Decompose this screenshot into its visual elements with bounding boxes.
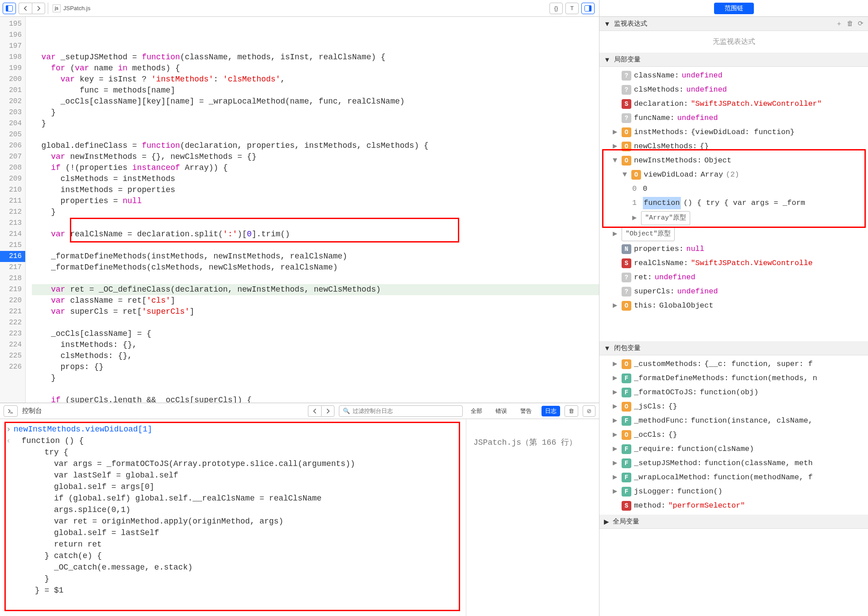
variable-row[interactable]: S method: "performSelector" <box>599 499 868 513</box>
code-line[interactable]: instMethods = properties <box>32 185 599 196</box>
local-title: 局部变量 <box>614 55 641 64</box>
variable-row[interactable]: ▶O _jsCls: {} <box>599 400 868 414</box>
code-line[interactable] <box>32 273 599 284</box>
code-line[interactable]: var realClsName = declaration.split(':')… <box>32 229 599 240</box>
variable-row[interactable]: ▶O newClsMethods: {} <box>599 139 868 154</box>
tab-all[interactable]: 全部 <box>467 406 486 416</box>
code-line[interactable]: _formatDefineMethods(clsMethods, newClsM… <box>32 262 599 273</box>
variable-row[interactable]: ▶F _wrapLocalMethod: function(methodName… <box>599 470 868 485</box>
svg-rect-3 <box>589 5 591 11</box>
variable-row[interactable]: ? ret: undefined <box>599 270 868 285</box>
code-line[interactable]: _formatDefineMethods(instMethods, newIns… <box>32 251 599 262</box>
code-line[interactable]: if (superCls.length && _ocCls[superCls])… <box>32 395 599 403</box>
variable-row[interactable]: ▶O instMethods: {viewDidLoad: function} <box>599 125 868 139</box>
refresh-watch-button[interactable]: ⟳ <box>858 19 864 28</box>
text-format-icon[interactable]: T <box>565 3 579 14</box>
variable-row[interactable]: S declaration: "SwiftJSPatch.ViewControl… <box>599 97 868 111</box>
code-line[interactable]: } <box>32 207 599 218</box>
variable-row[interactable]: ▶"Object"原型 <box>599 226 868 242</box>
console-filter[interactable]: 🔍 <box>339 405 463 417</box>
variable-row[interactable]: ▶F jsLogger: function() <box>599 485 868 499</box>
tab-errors[interactable]: 错误 <box>492 406 511 416</box>
code-line[interactable]: var newInstMethods = {}, newClsMethods =… <box>32 151 599 162</box>
console-output[interactable]: ›newInstMethods.viewDidLoad[1] ‹function… <box>0 419 466 616</box>
variable-row[interactable]: ? funcName: undefined <box>599 111 868 125</box>
tab-warnings[interactable]: 警告 <box>517 406 535 416</box>
variable-row[interactable]: ▶O _ocCls: {} <box>599 428 868 442</box>
code-line[interactable]: _ocCls[className][key][name] = _wrapLoca… <box>32 96 599 107</box>
add-watch-button[interactable]: ＋ <box>836 19 842 28</box>
variable-row[interactable]: ▼O viewDidLoad: Array (2) <box>599 168 868 182</box>
variable-row[interactable]: ▼O newInstMethods: Object <box>599 154 868 168</box>
local-vars-list: ? className: undefined? clsMethods: unde… <box>599 67 868 341</box>
toggle-inspector-button[interactable] <box>581 3 595 14</box>
code-line[interactable] <box>32 384 599 395</box>
file-tab[interactable]: js JSPatch.js <box>48 3 95 14</box>
console-prev-button[interactable] <box>308 405 321 417</box>
console-toggle-icon[interactable] <box>4 405 18 417</box>
global-title: 全局变量 <box>613 517 639 526</box>
editor-toolbar: js JSPatch.js {} T <box>0 0 599 17</box>
code-line[interactable]: clsMethods = instMethods <box>32 173 599 185</box>
variable-row[interactable]: S realClsName: "SwiftJSPatch.ViewControl… <box>599 256 868 270</box>
variable-row[interactable]: 00 <box>599 182 868 196</box>
code-line[interactable]: global.defineClass = function(declaratio… <box>32 140 599 151</box>
line-gutter: 1951961971981992002012022032042052062072… <box>0 17 26 403</box>
global-section-header[interactable]: ▶ 全局变量 <box>599 515 868 529</box>
variable-row[interactable]: ? className: undefined <box>599 69 868 83</box>
variable-row[interactable]: ? superCls: undefined <box>599 285 868 299</box>
variable-row[interactable]: ▶F _formatDefineMethods: function(method… <box>599 371 868 385</box>
chevron-down-icon: ▼ <box>604 20 611 27</box>
toggle-navigator-button[interactable] <box>3 3 16 14</box>
back-button[interactable] <box>19 3 32 14</box>
code-line[interactable]: func = methods[name] <box>32 85 599 96</box>
closure-section-header[interactable]: ▼ 闭包变量 <box>599 341 868 355</box>
code-line[interactable]: var superCls = ret['superCls'] <box>32 306 599 317</box>
console-filter-input[interactable] <box>353 408 459 414</box>
forward-button[interactable] <box>32 3 45 14</box>
code-line[interactable]: var className = ret['cls'] <box>32 295 599 306</box>
code-line[interactable]: var ret = _OC_defineClass(declaration, n… <box>32 284 599 295</box>
code-line[interactable] <box>32 317 599 328</box>
variable-row[interactable]: ▶O _customMethods: {__c: function, super… <box>599 357 868 371</box>
variable-row[interactable]: ▶F _formatOCToJS: function(obj) <box>599 385 868 400</box>
chevron-right-icon: ▶ <box>604 518 609 526</box>
code-line[interactable]: properties = null <box>32 196 599 207</box>
clear-button[interactable]: ⊘ <box>583 405 595 417</box>
code-line[interactable] <box>32 129 599 140</box>
tab-logs[interactable]: 日志 <box>542 406 560 416</box>
variable-row[interactable]: ▶F _require: function(clsName) <box>599 442 868 456</box>
code-line[interactable] <box>32 218 599 229</box>
code-line[interactable]: instMethods: {}, <box>32 339 599 350</box>
code-line[interactable] <box>32 240 599 251</box>
watch-section-header[interactable]: ▼ 监视表达式 ＋ 🗑 ⟳ <box>599 17 868 31</box>
code-editor[interactable]: 1951961971981992002012022032042052062072… <box>0 17 599 403</box>
code-line[interactable]: } <box>32 107 599 118</box>
delete-watch-button[interactable]: 🗑 <box>847 19 853 28</box>
code-lines[interactable]: var _setupJSMethod = function(className,… <box>26 17 599 403</box>
console-source-ref[interactable]: JSPatch.js（第 166 行） <box>466 419 599 616</box>
code-line[interactable]: } <box>32 118 599 129</box>
code-line[interactable]: } <box>32 373 599 384</box>
variable-row[interactable]: N properties: null <box>599 242 868 256</box>
variable-row[interactable]: ▶O this: GlobalObject <box>599 299 868 313</box>
code-line[interactable]: for (var name in methods) { <box>32 63 599 74</box>
scope-chain-tab[interactable]: 范围链 <box>714 3 754 14</box>
variable-row[interactable]: ▶"Array"原型 <box>599 210 868 226</box>
variable-row[interactable]: ▶F _methodFunc: function(instance, clsNa… <box>599 414 868 428</box>
console-next-button[interactable] <box>321 405 334 417</box>
trash-button[interactable]: 🗑 <box>565 405 578 417</box>
code-line[interactable]: _ocCls[className] = { <box>32 328 599 339</box>
code-line[interactable]: var key = isInst ? 'instMethods': 'clsMe… <box>32 74 599 85</box>
braces-icon[interactable]: {} <box>549 3 563 14</box>
variable-row[interactable]: ▶F _setupJSMethod: function(className, m… <box>599 456 868 470</box>
code-line[interactable]: clsMethods: {}, <box>32 350 599 362</box>
local-section-header[interactable]: ▼ 局部变量 <box>599 53 868 67</box>
code-line[interactable]: props: {} <box>32 362 599 373</box>
code-line[interactable]: var _setupJSMethod = function(className,… <box>32 52 599 63</box>
console-toolbar: 控制台 🔍 全部 错误 警告 日志 🗑 ⊘ <box>0 403 599 419</box>
variable-row[interactable]: 1function () { try { var args = _form <box>599 196 868 210</box>
code-line[interactable]: if (!(properties instanceof Array)) { <box>32 162 599 173</box>
prompt-out-icon: ‹ <box>6 436 11 445</box>
variable-row[interactable]: ? clsMethods: undefined <box>599 83 868 97</box>
